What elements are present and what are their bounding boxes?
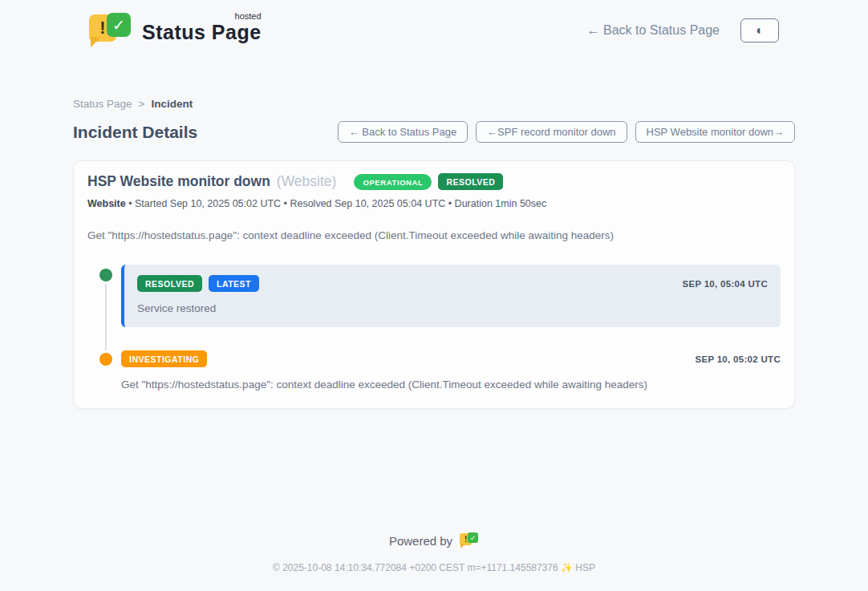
brand-superscript: hosted xyxy=(235,11,262,21)
statuspage-logo[interactable]: ! ✓ Status Page hosted xyxy=(89,13,262,48)
incident-meta-details: • Started Sep 10, 2025 05:02 UTC • Resol… xyxy=(128,198,546,209)
timeline-entry-badges: INVESTIGATING xyxy=(121,350,695,367)
timeline-entry-badges: RESOLVED LATEST xyxy=(137,275,682,292)
back-to-status-page-link[interactable]: ← Back to Status Page xyxy=(587,23,720,38)
checkmark-bubble-icon: ✓ xyxy=(107,13,131,37)
statuspage-logo-icon: ! ✓ xyxy=(89,13,134,48)
latest-badge: LATEST xyxy=(209,275,259,292)
copyright-text: © 2025-10-08 14:10:34.772084 +0200 CEST … xyxy=(0,562,868,573)
incident-description: Get "https://hostedstatus.page": context… xyxy=(87,229,781,241)
incident-service: Website xyxy=(87,198,126,209)
timeline-dot-green xyxy=(99,269,112,281)
breadcrumb-separator: > xyxy=(139,98,145,110)
mini-checkmark-icon: ✓ xyxy=(468,532,478,543)
half-circle-theme-icon: ◐ xyxy=(756,23,764,38)
resolved-badge: RESOLVED xyxy=(137,275,202,292)
timeline-message: Service restored xyxy=(137,302,768,314)
footer: Powered by ! ✓ © 2025-10-08 14:10:34.772… xyxy=(0,532,868,573)
back-to-status-page-button[interactable]: ← Back to Status Page xyxy=(338,121,468,143)
operational-status-badge: OPERATIONAL xyxy=(354,174,432,190)
header: ! ✓ Status Page hosted ← Back to Status … xyxy=(89,0,779,56)
theme-toggle-button[interactable]: ◐ xyxy=(740,18,779,43)
timeline-dot-orange xyxy=(99,353,112,366)
incident-timeline: RESOLVED LATEST SEP 10, 05:04 UTC Servic… xyxy=(87,265,781,391)
incident-meta: Website • Started Sep 10, 2025 05:02 UTC… xyxy=(87,198,781,209)
statuspage-mini-logo-icon: ! ✓ xyxy=(460,532,479,548)
timeline-timestamp: SEP 10, 05:04 UTC xyxy=(682,279,768,289)
timeline-entry-header: RESOLVED LATEST SEP 10, 05:04 UTC xyxy=(137,275,768,292)
powered-by-link[interactable]: Powered by ! ✓ xyxy=(0,532,868,548)
bubble-tail-shape xyxy=(91,37,101,47)
breadcrumb-current: Incident xyxy=(151,98,193,110)
timeline-entry-investigating: INVESTIGATING SEP 10, 05:02 UTC Get "htt… xyxy=(87,350,781,391)
timeline-message: Get "https://hostedstatus.page": context… xyxy=(121,378,781,391)
powered-by-label: Powered by xyxy=(389,534,452,548)
incident-title-row: HSP Website monitor down (Website) OPERA… xyxy=(87,173,781,190)
incident-title: HSP Website monitor down xyxy=(87,173,270,190)
prev-incident-button[interactable]: ←SPF record monitor down xyxy=(476,121,627,143)
timeline-entry-resolved: RESOLVED LATEST SEP 10, 05:04 UTC Servic… xyxy=(87,265,781,327)
header-actions: ← Back to Status Page ◐ xyxy=(587,18,779,43)
incident-nav-buttons: ← Back to Status Page ←SPF record monito… xyxy=(338,121,795,143)
resolved-status-badge: RESOLVED xyxy=(438,173,503,190)
breadcrumb: Status Page > Incident xyxy=(73,98,795,110)
investigating-badge: INVESTIGATING xyxy=(121,350,207,367)
timeline-entry-header: INVESTIGATING SEP 10, 05:02 UTC xyxy=(121,350,781,367)
mini-bubble-tail-shape xyxy=(460,544,465,548)
timeline-timestamp: SEP 10, 05:02 UTC xyxy=(695,354,781,364)
breadcrumb-root[interactable]: Status Page xyxy=(73,98,132,110)
next-incident-button[interactable]: HSP Website monitor down→ xyxy=(635,121,795,143)
incident-card: HSP Website monitor down (Website) OPERA… xyxy=(73,160,795,409)
logo-text: Status Page hosted xyxy=(142,13,262,44)
incident-scope: (Website) xyxy=(277,173,337,190)
brand-name: Status Page xyxy=(142,21,262,43)
timeline-entry-box: RESOLVED LATEST SEP 10, 05:04 UTC Servic… xyxy=(121,265,781,327)
title-row: Incident Details ← Back to Status Page ←… xyxy=(73,121,795,143)
page-title: Incident Details xyxy=(73,123,197,142)
